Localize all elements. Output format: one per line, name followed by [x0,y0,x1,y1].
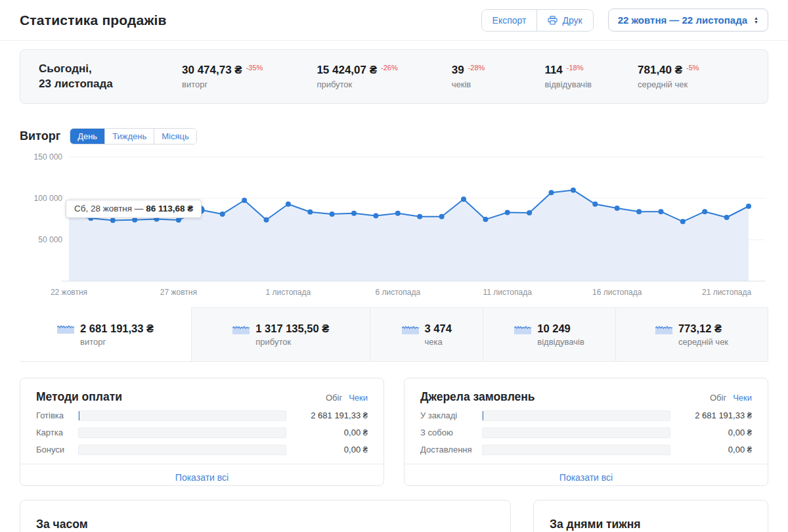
delta-badge: -5% [686,64,699,72]
chart-point[interactable] [461,196,466,202]
tab-week[interactable]: Тиждень [104,129,154,144]
chart-point[interactable] [592,202,598,207]
order-sources-title: Джерела замовлень [420,390,535,404]
payment-methods-title: Методи оплати [36,390,122,404]
chart-point[interactable] [571,187,576,192]
print-button[interactable]: Друк [536,10,592,31]
chart-point[interactable] [307,210,313,215]
x-axis-label: 27 жовтня [160,288,197,297]
chart-point[interactable] [264,217,269,223]
chart-point[interactable] [395,211,401,216]
chart-tooltip: Сб, 28 жовтня — 86 113,68 ₴ [66,200,202,218]
chart-point[interactable] [132,217,137,223]
header-toolbar: Експорт Друк 22 жовтня — 22 листопада ▲▼ [481,9,768,32]
revenue-chart: 150 000100 00050 00022 жовтня27 жовтня1 … [20,150,768,301]
delta-badge: -28% [468,64,485,72]
today-stat-revenue: 30 474,73 ₴-35% виторг [182,64,317,89]
page-title: Статистика продажів [20,12,167,28]
delta-badge: -26% [381,64,398,72]
sparkline-icon [402,324,419,334]
tab-month[interactable]: Місяць [154,129,196,144]
by-time-card: За часом [20,500,511,532]
export-button[interactable]: Експорт [482,10,537,31]
chart-point[interactable] [330,211,335,217]
order-sources-toggle: ОбігЧеки [710,393,752,403]
chart-point[interactable] [286,202,291,207]
revenue-title: Виторг [20,129,60,143]
payment-methods-card: Методи оплати ОбігЧеки Готівка 2 681 191… [20,378,384,486]
chart-point[interactable] [636,209,642,214]
bar-row-cash: Готівка 2 681 191,33 ₴ [36,410,368,421]
today-summary-bar: Сьогодні, 23 листопада 30 474,73 ₴-35% в… [20,49,768,104]
toggle-turnover[interactable]: Обіг [710,393,726,403]
export-print-group: Експорт Друк [481,9,594,32]
y-axis-label: 100 000 [34,194,63,203]
today-title: Сьогодні, 23 листопада [39,62,182,92]
chart-point[interactable] [746,204,751,209]
period-segmented-control: День Тиждень Місяць [70,128,197,144]
chart-point[interactable] [220,211,225,217]
date-range-select[interactable]: 22 жовтня — 22 листопада ▲▼ [608,9,768,32]
bar-row-takeaway: З собою 0,00 ₴ [420,427,752,438]
totals-tab-receipts[interactable]: 3 474 чека [370,307,483,361]
x-axis-label: 22 жовтня [51,288,87,297]
totals-tab-visitors[interactable]: 10 249 відвідувачів [483,307,616,361]
chart-point[interactable] [373,213,378,219]
y-axis-label: 150 000 [34,152,63,162]
chart-point[interactable] [351,211,357,216]
date-range-value: 22 жовтня — 22 листопада [618,14,747,26]
toggle-receipts[interactable]: Чеки [733,393,752,403]
chart-point[interactable] [417,214,422,219]
toggle-turnover[interactable]: Обіг [326,393,342,403]
bar-row-delivery: Доставлення 0,00 ₴ [420,444,752,455]
totals-tab-avg-receipt[interactable]: 773,12 ₴ середній чек [616,307,768,361]
toggle-receipts[interactable]: Чеки [349,393,368,403]
sparkline-icon [57,323,74,334]
show-all-link[interactable]: Показати всі [559,472,613,483]
today-stat-profit: 15 424,07 ₴-26% прибуток [317,64,451,89]
by-weekday-title: За днями тижня [550,518,752,531]
show-all-link[interactable]: Показати всі [175,472,229,483]
x-axis-label: 6 листопада [375,288,420,297]
sparkline-icon [514,324,531,334]
chart-point[interactable] [242,198,247,203]
x-axis-label: 11 листопада [483,288,533,297]
x-axis-label: 1 листопада [266,288,311,297]
totals-tab-revenue[interactable]: 2 681 191,33 ₴ виторг [20,307,192,361]
x-axis-label: 21 листопада [702,288,752,297]
delta-badge: -18% [567,64,584,72]
bar-row-in-store: У закладі 2 681 191,33 ₴ [420,410,752,421]
chart-point[interactable] [505,210,510,215]
payment-methods-toggle: ОбігЧеки [326,393,368,403]
chart-point[interactable] [527,210,532,215]
revenue-chart-svg: 150 000100 00050 00022 жовтня27 жовтня1 … [20,150,765,299]
sparkline-icon [655,324,672,334]
header: Статистика продажів Експорт Друк 22 жовт… [0,0,788,41]
tab-day[interactable]: День [70,129,104,144]
by-weekday-card: За днями тижня [533,500,768,532]
today-stat-avg-receipt: 781,40 ₴-5% середній чек [638,64,749,89]
revenue-section-header: Виторг День Тиждень Місяць [20,128,768,144]
tooltip-value: 86 113,68 ₴ [146,204,193,213]
y-axis-label: 50 000 [38,235,62,244]
today-stats: 30 474,73 ₴-35% виторг 15 424,07 ₴-26% п… [182,64,749,89]
updown-arrows-icon: ▲▼ [754,16,758,24]
chart-point[interactable] [659,209,664,214]
chart-point[interactable] [483,217,488,222]
chart-point[interactable] [615,206,620,211]
printer-icon [548,16,558,25]
totals-tab-profit[interactable]: 1 317 135,50 ₴ прибуток [192,307,370,361]
print-button-label: Друк [562,15,582,26]
chart-point[interactable] [110,217,116,223]
bar-row-card: Картка 0,00 ₴ [36,427,368,438]
chart-point[interactable] [176,217,181,223]
order-sources-card: Джерела замовлень ОбігЧеки У закладі 2 6… [404,378,768,486]
chart-point[interactable] [549,190,554,195]
bar-row-bonus: Бонуси 0,00 ₴ [36,444,368,455]
today-stat-receipts: 39-28% чеків [452,64,545,89]
chart-point[interactable] [680,219,686,224]
chart-point[interactable] [439,214,445,219]
chart-point[interactable] [724,215,730,220]
totals-tabs: 2 681 191,33 ₴ виторг 1 317 135,50 ₴ при… [20,307,768,362]
chart-point[interactable] [702,209,707,214]
